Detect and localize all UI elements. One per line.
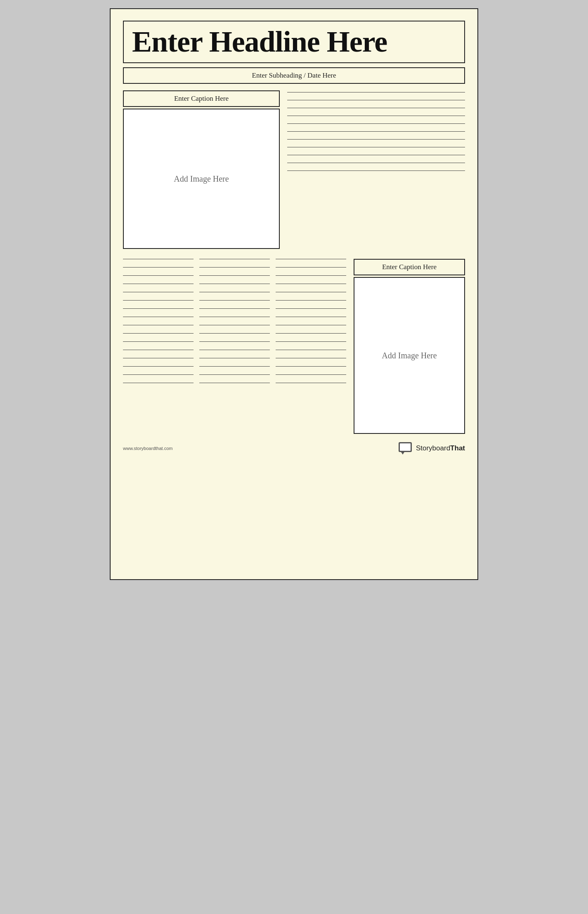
text-line-7 <box>287 139 465 140</box>
col2-line-7 <box>199 308 270 309</box>
logo-text-regular: Storyboard <box>416 444 450 452</box>
text-line-8 <box>287 147 465 147</box>
storyboardthat-icon <box>399 442 414 455</box>
col3-line-2 <box>276 267 346 268</box>
bottom-image-placeholder: Add Image Here <box>382 351 437 360</box>
col1-line-2 <box>123 267 194 268</box>
col3-line-7 <box>276 308 346 309</box>
col3-line-11 <box>276 341 346 342</box>
col1-line-16 <box>123 383 194 383</box>
col2-line-13 <box>199 358 270 358</box>
col1-line-7 <box>123 308 194 309</box>
col3-line-8 <box>276 317 346 317</box>
col3-line-13 <box>276 358 346 358</box>
col2-line-12 <box>199 350 270 350</box>
col1-line-3 <box>123 275 194 276</box>
column-3 <box>276 259 346 434</box>
text-line-11 <box>287 170 465 171</box>
col1-line-9 <box>123 325 194 325</box>
bottom-left-columns <box>123 259 354 434</box>
col3-line-12 <box>276 350 346 350</box>
subheading-box[interactable]: Enter Subheading / Date Here <box>123 67 465 84</box>
col3-line-3 <box>276 275 346 276</box>
col2-line-4 <box>199 284 270 284</box>
col2-line-1 <box>199 259 270 259</box>
bottom-caption-text[interactable]: Enter Caption Here <box>382 263 437 271</box>
col1-line-13 <box>123 358 194 358</box>
col3-line-6 <box>276 300 346 301</box>
col3-line-5 <box>276 292 346 292</box>
svg-marker-1 <box>401 452 404 455</box>
headline-text[interactable]: Enter Headline Here <box>132 26 456 58</box>
col2-line-2 <box>199 267 270 268</box>
col1-line-11 <box>123 341 194 342</box>
text-line-3 <box>287 108 465 108</box>
top-right-text <box>287 90 465 249</box>
col2-line-11 <box>199 341 270 342</box>
bottom-right-column: Enter Caption Here Add Image Here <box>354 259 465 434</box>
text-line-6 <box>287 131 465 132</box>
footer: www.storyboardthat.com StoryboardThat <box>123 440 465 455</box>
logo-text-bold: That <box>450 444 465 452</box>
col1-line-8 <box>123 317 194 317</box>
top-caption-box[interactable]: Enter Caption Here <box>123 90 280 107</box>
svg-rect-2 <box>400 443 411 451</box>
col2-line-10 <box>199 333 270 334</box>
col2-line-5 <box>199 292 270 292</box>
col3-line-14 <box>276 366 346 367</box>
col1-line-4 <box>123 284 194 284</box>
col1-line-6 <box>123 300 194 301</box>
col3-line-15 <box>276 374 346 375</box>
footer-url: www.storyboardthat.com <box>123 446 172 451</box>
col3-line-4 <box>276 284 346 284</box>
top-left-column: Enter Caption Here Add Image Here <box>123 90 280 249</box>
col1-line-10 <box>123 333 194 334</box>
col3-line-10 <box>276 333 346 334</box>
bottom-caption-box[interactable]: Enter Caption Here <box>354 259 465 275</box>
col1-line-5 <box>123 292 194 292</box>
top-section: Enter Caption Here Add Image Here <box>123 90 465 249</box>
logo-label: StoryboardThat <box>416 444 465 452</box>
bottom-section: Enter Caption Here Add Image Here <box>123 259 465 434</box>
headline-box[interactable]: Enter Headline Here <box>123 21 465 63</box>
footer-logo: StoryboardThat <box>399 442 465 455</box>
col3-line-9 <box>276 325 346 325</box>
text-line-9 <box>287 155 465 155</box>
col1-line-12 <box>123 350 194 350</box>
col2-line-15 <box>199 374 270 375</box>
col3-line-1 <box>276 259 346 259</box>
text-line-2 <box>287 100 465 100</box>
col2-line-9 <box>199 325 270 325</box>
col1-line-15 <box>123 374 194 375</box>
bottom-image-box[interactable]: Add Image Here <box>354 277 465 434</box>
top-caption-text[interactable]: Enter Caption Here <box>174 95 229 102</box>
column-1 <box>123 259 194 434</box>
col2-line-6 <box>199 300 270 301</box>
text-line-5 <box>287 123 465 124</box>
newspaper-page: Enter Headline Here Enter Subheading / D… <box>110 8 478 580</box>
text-line-4 <box>287 116 465 116</box>
col3-line-16 <box>276 383 346 383</box>
text-line-10 <box>287 163 465 163</box>
col2-line-16 <box>199 383 270 383</box>
text-line-1 <box>287 92 465 92</box>
col1-line-1 <box>123 259 194 259</box>
top-image-box[interactable]: Add Image Here <box>123 109 280 249</box>
col1-line-14 <box>123 366 194 367</box>
col2-line-8 <box>199 317 270 317</box>
column-2 <box>199 259 270 434</box>
subheading-text[interactable]: Enter Subheading / Date Here <box>252 71 336 79</box>
col2-line-3 <box>199 275 270 276</box>
col2-line-14 <box>199 366 270 367</box>
top-image-placeholder: Add Image Here <box>174 174 229 184</box>
